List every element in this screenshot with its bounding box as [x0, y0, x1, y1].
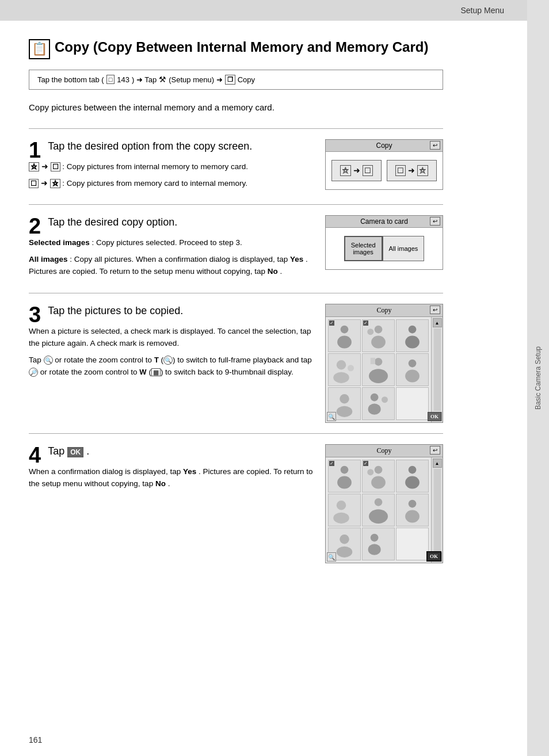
step-3-thumb-inner: ✓ ✓	[326, 317, 443, 422]
main-content: 📋 Copy (Copy Between Internal Memory and…	[0, 21, 472, 597]
scroll-track	[434, 329, 441, 411]
thumb-4[interactable]	[328, 353, 361, 386]
s4-thumb-4[interactable]	[328, 494, 361, 526]
step-4-para1: When a confirmation dialog is displayed,…	[29, 466, 314, 490]
check-1: ✓	[329, 320, 334, 326]
svg-point-25	[409, 466, 417, 474]
step-3-left: 3 Tap the pictures to be copied. When a …	[29, 304, 314, 423]
copy-title-icon: 📋	[29, 39, 50, 59]
int-icon-2: ⛤	[417, 165, 428, 176]
svg-point-32	[405, 510, 420, 523]
step-4-thumb-screen: Copy ↩ ✓	[325, 444, 443, 563]
step-1-left: 1 Tap the desired option from the copy s…	[29, 139, 314, 194]
svg-point-19	[382, 396, 388, 403]
step-1-back-btn[interactable]: ↩	[430, 141, 440, 150]
magnify-btn[interactable]: 🔍	[327, 412, 336, 421]
zoom-t-label: T	[154, 356, 159, 364]
content-area: Setup Menu 📋 Copy (Copy Between Internal…	[0, 0, 527, 756]
s4-check-2: ✓	[363, 461, 368, 466]
step-1-screen: Copy ↩ ⛤ ➜ ☐ ☐ ➜ ⛤	[325, 139, 443, 194]
step-2-screen-title: Camera to card ↩	[326, 216, 443, 228]
thumb-8[interactable]	[362, 387, 395, 420]
all-images-label: All images	[29, 255, 68, 264]
card-to-int-btn[interactable]: ☐ ➜ ⛤	[387, 160, 437, 181]
thumb-2[interactable]: ✓	[362, 319, 395, 352]
step-1-body-1: ⛤ ➜ ☐ : Copy pictures from internal memo…	[29, 161, 314, 173]
s4-magnify-btn[interactable]: 🔍	[327, 552, 336, 562]
svg-point-0	[341, 326, 349, 334]
step-4-body: When a confirmation dialog is displayed,…	[29, 466, 314, 490]
arrow-2: ➜	[41, 179, 50, 188]
step-4-thumb-inner: ✓ ✓	[326, 457, 443, 563]
step-2-title: Tap the desired copy option.	[48, 215, 314, 230]
s4-thumb-3[interactable]	[396, 460, 429, 492]
step-3-section: 3 Tap the pictures to be copied. When a …	[29, 293, 443, 433]
step-2-no: No	[268, 267, 278, 276]
svg-rect-12	[371, 358, 375, 364]
s4-thumb-8[interactable]	[362, 528, 395, 560]
step-4-number: 4	[29, 444, 41, 466]
step-1-body-text-1: : Copy pictures from internal memory to …	[62, 162, 248, 171]
step-1-body: ⛤ ➜ ☐ : Copy pictures from internal memo…	[29, 161, 314, 190]
card-icon-2: ☐	[29, 179, 39, 188]
svg-point-3	[371, 336, 386, 349]
int-to-card-btn[interactable]: ⛤ ➜ ☐	[331, 160, 382, 181]
step-1-options-row: ⛤ ➜ ☐ ☐ ➜ ⛤	[326, 152, 443, 189]
step-4-left: 4 Tap OK . When a confirmation dialog is…	[29, 444, 314, 563]
nav-mid2: (Setup menu) ➜	[169, 75, 222, 84]
nav-book-icon: □	[106, 75, 115, 84]
selected-images-btn[interactable]: Selectedimages	[344, 236, 383, 261]
step-4-text3: .	[168, 479, 170, 488]
zoom-w-label: W	[139, 368, 146, 376]
zoom-icon-2: 🔍	[163, 356, 173, 365]
page-number: 161	[29, 735, 42, 744]
svg-point-20	[341, 466, 349, 474]
step-4-header: 4 Tap OK .	[29, 444, 314, 459]
thumb-1[interactable]: ✓	[328, 319, 361, 352]
thumb-6[interactable]	[396, 353, 429, 386]
svg-point-17	[371, 394, 379, 402]
ok-btn-step3[interactable]: OK	[428, 412, 441, 421]
step-4-yes: Yes	[183, 467, 196, 476]
step-2-yes: Yes	[290, 255, 303, 264]
arrow-icon-2: ➜	[408, 166, 415, 175]
s4-thumb-2[interactable]: ✓	[362, 460, 395, 492]
svg-point-36	[368, 544, 381, 555]
all-images-btn[interactable]: All images	[383, 236, 425, 261]
scroll-up-btn[interactable]: ▲	[433, 318, 442, 327]
svg-point-27	[337, 501, 346, 510]
svg-point-1	[337, 336, 352, 349]
title-text: Copy (Copy Between Internal Memory and M…	[55, 38, 428, 56]
step-1-body-text-2: : Copy pictures from memory card to inte…	[62, 179, 247, 188]
s4-scroll-up[interactable]: ▲	[433, 459, 442, 468]
grid-icon: ▦	[151, 368, 161, 376]
card-icon-btn: ☐	[363, 165, 373, 176]
thumb-5[interactable]	[362, 353, 395, 386]
s4-thumb-9[interactable]	[396, 528, 429, 560]
step-1-screen-mock: Copy ↩ ⛤ ➜ ☐ ☐ ➜ ⛤	[325, 139, 443, 190]
step-4-tap: Tap	[48, 445, 67, 457]
nav-arrow-1: ) ➜ Tap	[132, 75, 157, 84]
s4-thumb-1[interactable]: ✓	[328, 460, 361, 492]
svg-point-13	[409, 360, 417, 368]
ok-btn-step4[interactable]: OK	[426, 551, 441, 562]
step-3-para2: Tap 🔍 or rotate the zoom control to T (🔍…	[29, 354, 314, 379]
step-2-body: Selected images : Copy pictures selected…	[29, 237, 314, 278]
step-4-section: 4 Tap OK . When a confirmation dialog is…	[29, 433, 443, 574]
svg-point-14	[405, 370, 420, 383]
step-2-screen-title-text: Camera to card	[360, 217, 408, 226]
svg-point-15	[340, 394, 349, 404]
step-3-back-btn[interactable]: ↩	[430, 306, 440, 314]
s4-thumb-6[interactable]	[396, 494, 429, 526]
page-title: 📋 Copy (Copy Between Internal Memory and…	[29, 38, 443, 59]
svg-point-8	[333, 372, 349, 383]
step-4-back-btn[interactable]: ↩	[430, 446, 440, 455]
svg-point-31	[409, 500, 417, 508]
s4-thumb-5[interactable]	[362, 494, 395, 526]
step-2-selected-text: : Copy pictures selected. Proceed to ste…	[92, 238, 242, 247]
step-3-thumb-grid: ✓ ✓	[328, 319, 429, 420]
thumb-3[interactable]	[396, 319, 429, 352]
thumb-9[interactable]	[396, 387, 429, 420]
step-2-back-btn[interactable]: ↩	[430, 217, 440, 226]
svg-point-16	[337, 406, 353, 417]
